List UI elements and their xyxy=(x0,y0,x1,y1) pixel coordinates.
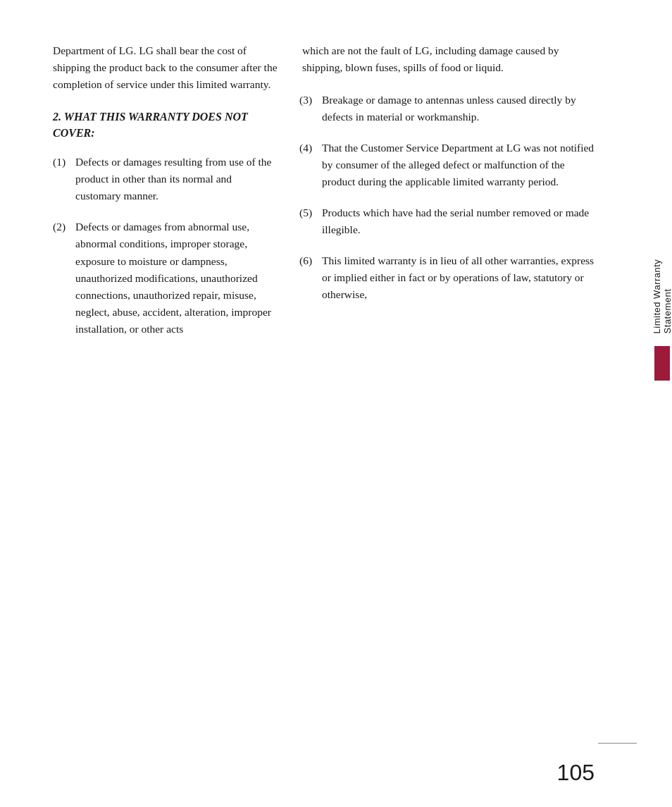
left-column: Department of LG. LG shall bear the cost… xyxy=(53,42,278,765)
section-heading: 2. WHAT THIS WARRANTY DOES NOT COVER: xyxy=(53,109,278,141)
list-content-1: Defects or damages resulting from use of… xyxy=(75,154,278,204)
sidebar-tab-label: Limited Warranty Statement xyxy=(652,226,672,333)
list-item-2: (2) Defects or damages from abnormal use… xyxy=(53,218,278,337)
list-content-cont: which are not the fault of LG, including… xyxy=(299,42,595,76)
list-content-2: Defects or damages from abnormal use, ab… xyxy=(75,218,278,337)
list-content-6: This limited warranty is in lieu of all … xyxy=(322,252,595,303)
content-area: Department of LG. LG shall bear the cost… xyxy=(53,42,595,765)
list-number-5: (5) xyxy=(299,204,322,238)
list-number-2: (2) xyxy=(53,218,75,337)
list-number-6: (6) xyxy=(299,252,322,303)
sidebar-tab: Limited Warranty Statement xyxy=(652,226,672,381)
list-number-3: (3) xyxy=(299,92,322,125)
list-item-1: (1) Defects or damages resulting from us… xyxy=(53,154,278,204)
sidebar-tab-bar xyxy=(654,346,670,381)
list-content-4: That the Customer Service Department at … xyxy=(322,140,595,190)
list-content-5: Products which have had the serial numbe… xyxy=(322,204,595,238)
list-item-5: (5) Products which have had the serial n… xyxy=(299,204,595,238)
page: Department of LG. LG shall bear the cost… xyxy=(0,0,672,807)
intro-paragraph: Department of LG. LG shall bear the cost… xyxy=(53,42,278,93)
list-item-6: (6) This limited warranty is in lieu of … xyxy=(299,252,595,303)
list-content-3: Breakage or damage to antennas unless ca… xyxy=(322,92,595,125)
list-item-continuation: which are not the fault of LG, including… xyxy=(299,42,595,76)
list-number-1: (1) xyxy=(53,154,75,204)
right-column: which are not the fault of LG, including… xyxy=(299,42,595,765)
list-item-3: (3) Breakage or damage to antennas unles… xyxy=(299,92,595,125)
page-number: 105 xyxy=(557,760,595,786)
divider-line xyxy=(598,743,637,744)
list-item-4: (4) That the Customer Service Department… xyxy=(299,140,595,190)
list-number-4: (4) xyxy=(299,140,322,190)
